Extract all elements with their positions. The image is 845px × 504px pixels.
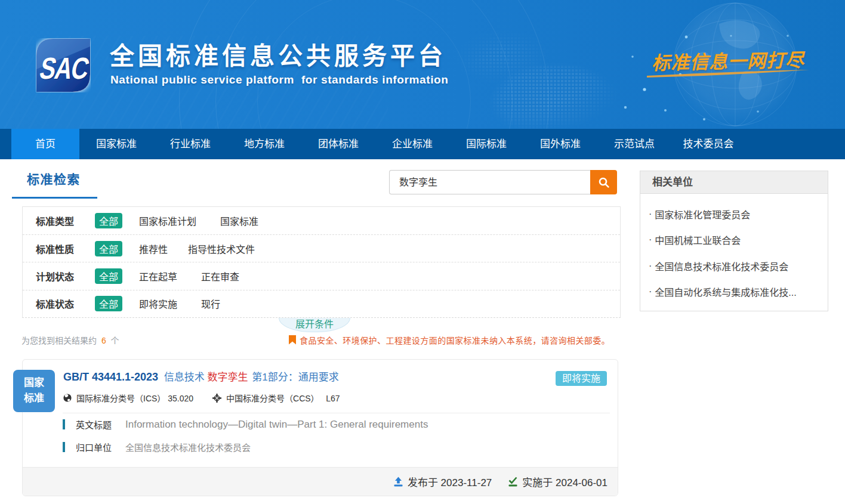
svg-text:SAC: SAC <box>37 51 91 85</box>
